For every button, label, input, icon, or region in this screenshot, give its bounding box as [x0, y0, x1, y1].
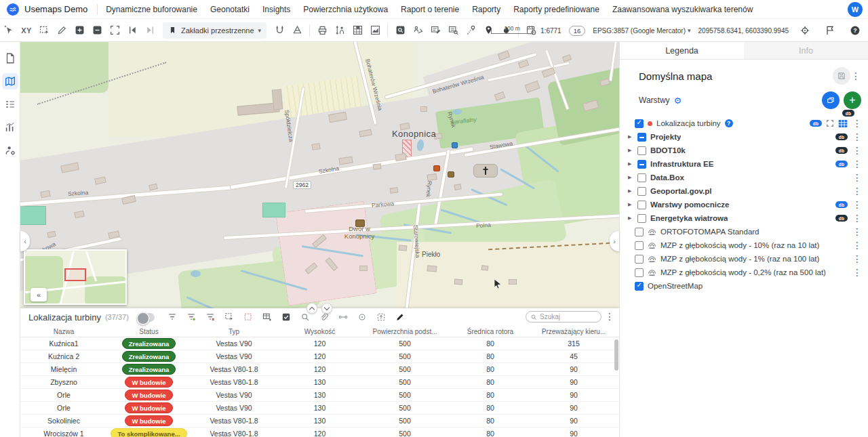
- column-header[interactable]: Typ: [191, 326, 277, 337]
- user-avatar[interactable]: W: [848, 2, 863, 17]
- layer-row-warstwy-pomocnicze[interactable]: ▶ Warstwy pomocnicze db ⋮: [620, 198, 868, 211]
- map-canvas[interactable]: Konopnica Szkolna Szkolna Bohaterów Wrze…: [20, 42, 619, 308]
- table-scrollbar[interactable]: [614, 339, 618, 371]
- expand-caret-icon[interactable]: ▶: [628, 188, 633, 194]
- layer-checkbox[interactable]: [637, 173, 646, 182]
- layer-checkbox[interactable]: [637, 187, 646, 196]
- column-header[interactable]: Wysokość: [277, 326, 362, 337]
- menu-item-geonotatki[interactable]: Geonotatki: [210, 5, 250, 14]
- selection-toggle[interactable]: [137, 313, 155, 322]
- next-extent-icon[interactable]: [141, 22, 159, 39]
- layer-row-mzp-10[interactable]: MZP z głębokością wody - 10% (raz na 10 …: [620, 238, 868, 252]
- column-header[interactable]: Przeważający kieru...: [533, 326, 614, 337]
- help-icon[interactable]: ?: [846, 22, 864, 39]
- zoom-out-icon[interactable]: [88, 22, 106, 39]
- table-row[interactable]: Orle W budowie Vestas V90 130 500 80 90: [20, 389, 619, 402]
- db-badge-icon[interactable]: db: [810, 120, 822, 127]
- table-add-icon[interactable]: [259, 310, 275, 325]
- layer-checkbox[interactable]: [635, 282, 644, 291]
- table-row[interactable]: Mielęcin Zrealizowana Vestas V80-1.8 120…: [20, 363, 619, 376]
- menu-item-zaawansowana-wyszukiwarka[interactable]: Zaawansowana wyszukiwarka terenów: [612, 5, 753, 14]
- table-panel-collapse-button[interactable]: [321, 303, 332, 314]
- layer-menu-button[interactable]: ⋮: [852, 213, 863, 223]
- layers-library-button[interactable]: [822, 91, 840, 109]
- layer-row-energetyka-wiatrowa[interactable]: ▶ Energetyka wiatrowa db ⋮: [620, 211, 868, 225]
- expand-caret-icon[interactable]: ▶: [628, 161, 633, 167]
- table-panel-expand-button[interactable]: [307, 303, 317, 314]
- print-icon[interactable]: [313, 22, 331, 39]
- marquee-select-icon[interactable]: [35, 22, 53, 39]
- magnet-icon[interactable]: [271, 22, 288, 39]
- target-icon[interactable]: [354, 310, 370, 325]
- column-header[interactable]: Średnica rotora: [448, 326, 533, 337]
- map-edit-icon[interactable]: [427, 22, 444, 39]
- sidebar-item-documents[interactable]: [2, 50, 18, 66]
- area-chart-icon[interactable]: [366, 22, 384, 39]
- table-row[interactable]: Orle W budowie Vestas V90 130 500 80 90: [20, 402, 619, 415]
- table-row[interactable]: Wrociszów 1 To skomplikowane... Vestas V…: [20, 428, 619, 437]
- link-nodes-icon[interactable]: [335, 310, 351, 325]
- layer-menu-button[interactable]: ⋮: [852, 159, 863, 169]
- sidebar-item-analytics[interactable]: [2, 119, 18, 136]
- filter-icon[interactable]: [164, 310, 180, 325]
- table-row[interactable]: Kuźnica 2 Zrealizowana Vestas V90 120 50…: [20, 350, 619, 363]
- layer-expand-icon[interactable]: [826, 119, 834, 127]
- menu-item-raporty[interactable]: Raporty: [472, 5, 500, 14]
- layer-menu-button[interactable]: ⋮: [852, 254, 863, 264]
- db-badge-icon[interactable]: db: [835, 215, 848, 222]
- table-row[interactable]: Zbyszno W budowie Vestas V80-1.8 130 500…: [20, 376, 619, 389]
- expand-caret-icon[interactable]: ▶: [628, 175, 633, 180]
- add-layer-button[interactable]: +: [844, 91, 861, 109]
- app-logo-icon[interactable]: [7, 3, 19, 16]
- crosshair-icon[interactable]: [796, 22, 814, 39]
- db-badge-icon[interactable]: db: [835, 201, 848, 208]
- db-badge-icon[interactable]: db: [835, 147, 848, 154]
- layer-checkbox[interactable]: [637, 133, 646, 142]
- table-row[interactable]: Sokoliniec W budowie Vestas V80-1.8 130 …: [20, 415, 619, 428]
- menu-item-raporty-predefiniowane[interactable]: Raporty predefiniowane: [513, 5, 599, 14]
- layer-menu-button[interactable]: ⋮: [852, 186, 863, 196]
- edit-pencil-icon[interactable]: [392, 310, 408, 325]
- layer-menu-button[interactable]: ⋮: [852, 146, 863, 155]
- cone-measure-icon[interactable]: [288, 22, 306, 39]
- layer-checkbox[interactable]: [637, 201, 646, 209]
- layer-menu-button[interactable]: ⋮: [852, 227, 863, 236]
- layer-checkbox[interactable]: [635, 241, 644, 250]
- raster-grid-icon[interactable]: [349, 22, 366, 39]
- layer-row-mzp-02[interactable]: MZP z głębokością wody - 0,2% (raz na 50…: [620, 266, 868, 279]
- filter-clear-icon[interactable]: [202, 310, 218, 325]
- layer-menu-button[interactable]: ⋮: [852, 241, 863, 250]
- spatial-bookmarks-button[interactable]: Zakładki przestrzenne ▾: [163, 22, 267, 39]
- smart-select-icon[interactable]: [0, 22, 18, 39]
- overview-map[interactable]: «: [24, 249, 127, 305]
- menu-item-raport-o-terenie[interactable]: Raport o terenie: [401, 5, 459, 14]
- layer-checkbox[interactable]: [635, 228, 644, 236]
- full-extent-icon[interactable]: [106, 22, 123, 39]
- expand-caret-icon[interactable]: ▶: [628, 202, 633, 207]
- route-pin-icon[interactable]: [462, 22, 479, 39]
- select-by-rect-icon[interactable]: [221, 310, 237, 325]
- tab-legenda[interactable]: Legenda: [620, 42, 744, 59]
- layer-row-projekty[interactable]: ▶ Projekty db ⋮: [620, 130, 868, 144]
- layer-checkbox[interactable]: [635, 119, 644, 128]
- table-row[interactable]: Kuźnica1 Zrealizowana Vestas V90 120 500…: [20, 337, 619, 350]
- export-table-icon[interactable]: [373, 310, 389, 325]
- table-search-box[interactable]: [526, 311, 601, 322]
- save-map-button[interactable]: [833, 67, 850, 85]
- layer-row-bdot10k[interactable]: ▶ BDOT10k db ⋮: [620, 144, 868, 157]
- sidebar-item-user-settings[interactable]: [2, 142, 18, 159]
- person-map-icon[interactable]: [409, 22, 427, 39]
- layer-menu-button[interactable]: ⋮: [852, 200, 863, 209]
- layer-menu-button[interactable]: ⋮: [852, 173, 863, 182]
- layer-row-mzp-1[interactable]: MZP z głębokością wody - 1% (raz na 100 …: [620, 252, 868, 266]
- table-menu-button[interactable]: ⋮: [604, 312, 615, 321]
- layer-checkbox[interactable]: [637, 214, 646, 223]
- search-box-icon[interactable]: [391, 22, 409, 39]
- layer-help-icon[interactable]: ?: [725, 119, 733, 127]
- layer-row-infrastruktura-ee[interactable]: ▶ Infrastruktura EE db ⋮: [620, 157, 868, 171]
- zoom-in-icon[interactable]: [71, 22, 88, 39]
- map-search-icon[interactable]: [444, 22, 462, 39]
- column-header[interactable]: Status: [107, 326, 191, 337]
- column-header[interactable]: Powierzchnia podst...: [362, 326, 448, 337]
- layer-row-data-box[interactable]: ▶ Data.Box ⋮: [620, 171, 868, 184]
